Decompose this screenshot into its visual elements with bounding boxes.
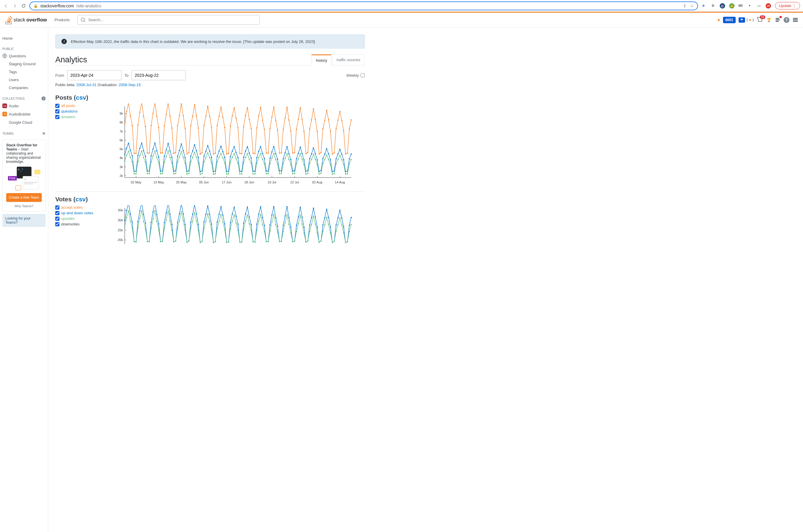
legend-item[interactable]: answers xyxy=(55,115,96,119)
mod-diamond-icon[interactable]: ♦ xyxy=(718,17,720,23)
svg-point-78 xyxy=(196,115,197,116)
sidebar-home[interactable]: Home xyxy=(0,34,48,42)
svg-point-521 xyxy=(330,226,331,228)
svg-point-285 xyxy=(130,157,131,158)
close-icon[interactable]: ✕ xyxy=(42,131,45,136)
reputation-badge[interactable]: 6001 xyxy=(723,17,736,23)
ext-icon-1[interactable]: ❀ xyxy=(701,3,706,8)
posts-csv-link[interactable]: csv xyxy=(76,94,86,101)
weekly-toggle[interactable]: Weekly xyxy=(347,73,365,78)
svg-point-511 xyxy=(311,217,312,218)
star-icon[interactable]: ☆ xyxy=(690,3,694,8)
update-button[interactable]: Update ⋮ xyxy=(775,2,800,10)
svg-point-61 xyxy=(164,125,165,127)
sidebar-collective-item[interactable]: 🗨AudioBubble xyxy=(0,110,48,118)
search-box[interactable] xyxy=(77,15,260,25)
svg-point-321 xyxy=(198,163,199,164)
sidebar-questions[interactable]: Questions xyxy=(0,52,48,60)
sidebar-staging[interactable]: Staging Ground xyxy=(0,60,48,68)
svg-point-364 xyxy=(279,173,280,174)
svg-point-218 xyxy=(232,151,233,152)
sidebar-users[interactable]: Users xyxy=(0,76,48,84)
from-date-input[interactable] xyxy=(67,70,122,80)
legend-item[interactable]: all posts xyxy=(55,103,96,108)
legend-item[interactable]: accept votes xyxy=(55,205,96,210)
ext-icon-4[interactable]: 👍 xyxy=(729,3,734,8)
profile-initials[interactable]: BR xyxy=(738,4,743,7)
legend-checkbox[interactable] xyxy=(55,211,59,215)
votes-csv-link[interactable]: csv xyxy=(75,196,86,203)
legend-item[interactable]: downvotes xyxy=(55,222,96,226)
svg-point-44 xyxy=(132,125,133,126)
search-input[interactable] xyxy=(88,18,256,22)
url-bar[interactable]: 🔒 stackoverflow.com/site-analytics ⇪ ☆ xyxy=(30,1,698,10)
svg-point-510 xyxy=(309,225,310,226)
to-date-input[interactable] xyxy=(131,70,186,80)
svg-point-346 xyxy=(245,157,246,158)
svg-point-293 xyxy=(145,162,146,163)
review-icon[interactable] xyxy=(775,17,781,23)
svg-point-517 xyxy=(322,224,324,225)
legend-checkbox[interactable] xyxy=(55,206,59,210)
sites-icon[interactable] xyxy=(792,17,798,23)
legend-checkbox[interactable] xyxy=(55,222,59,226)
svg-point-234 xyxy=(262,153,263,154)
sidebar-collective-item[interactable]: AuAudio xyxy=(0,102,48,110)
create-team-button[interactable]: Create a free Team xyxy=(6,193,42,202)
sidebar: Home PUBLIC Questions Staging Ground Tag… xyxy=(0,27,48,532)
svg-point-170 xyxy=(141,142,142,144)
svg-point-332 xyxy=(219,157,220,158)
svg-point-200 xyxy=(198,157,199,158)
graduation-link[interactable]: 2008-Sep-15 xyxy=(118,82,141,87)
trophy-icon[interactable]: 🏆 xyxy=(766,17,772,23)
flag-group[interactable]: ⚑ 1 1 xyxy=(738,17,754,23)
ext-icon-3[interactable]: @ xyxy=(720,3,725,8)
forward-button[interactable] xyxy=(12,3,18,9)
svg-point-102 xyxy=(241,153,242,154)
svg-point-79 xyxy=(198,128,199,129)
svg-point-356 xyxy=(264,163,265,164)
back-button[interactable] xyxy=(3,3,9,9)
svg-point-543 xyxy=(143,221,144,222)
svg-text:30k: 30k xyxy=(118,218,123,222)
help-icon[interactable]: ? xyxy=(784,17,789,23)
svg-point-602 xyxy=(254,241,256,243)
svg-point-221 xyxy=(237,157,239,158)
avatar-icon[interactable]: W xyxy=(766,3,771,8)
svg-point-479 xyxy=(251,224,252,225)
legend-checkbox[interactable] xyxy=(55,109,59,113)
legend-checkbox[interactable] xyxy=(55,115,59,119)
svg-point-45 xyxy=(133,153,135,154)
sidebar-collective-item[interactable]: ☁Google Cloud xyxy=(0,118,48,127)
info-icon[interactable]: i xyxy=(41,96,45,100)
legend-checkbox[interactable] xyxy=(55,104,59,108)
svg-text:4k: 4k xyxy=(120,156,123,159)
svg-point-348 xyxy=(249,158,250,159)
share-icon[interactable]: ⇪ xyxy=(683,3,687,8)
weekly-checkbox[interactable] xyxy=(361,73,365,77)
svg-point-91 xyxy=(220,107,221,108)
extensions-icon[interactable]: ✦ xyxy=(747,3,752,8)
legend-item[interactable]: upvotes xyxy=(55,216,96,221)
svg-point-298 xyxy=(154,151,156,152)
public-beta-link[interactable]: 2008-Jul-31 xyxy=(76,82,97,87)
ext-icon-2[interactable]: ⚙ xyxy=(710,3,716,8)
legend-item[interactable]: up and down votes xyxy=(55,211,96,215)
sidebar-companies[interactable]: Companies xyxy=(0,84,48,92)
products-link[interactable]: Products xyxy=(52,16,73,24)
site-logo[interactable]: stackoverflow xyxy=(5,16,47,24)
inbox-icon[interactable]: 22 xyxy=(757,17,763,23)
looking-teams-link[interactable]: Looking for your Teams? xyxy=(2,214,45,227)
panel-icon[interactable]: ▭ xyxy=(756,3,762,8)
legend-checkbox[interactable] xyxy=(55,216,59,221)
tab-history[interactable]: history xyxy=(311,54,331,65)
svg-point-592 xyxy=(236,223,237,224)
svg-point-116 xyxy=(268,153,269,154)
tab-traffic-sources[interactable]: traffic sources xyxy=(332,54,365,65)
legend-item[interactable]: questions xyxy=(55,109,96,113)
why-teams-link[interactable]: Why Teams? xyxy=(6,204,42,208)
svg-point-531 xyxy=(349,225,350,226)
svg-point-93 xyxy=(224,127,225,128)
reload-button[interactable] xyxy=(21,3,26,9)
sidebar-tags[interactable]: Tags xyxy=(0,68,48,76)
